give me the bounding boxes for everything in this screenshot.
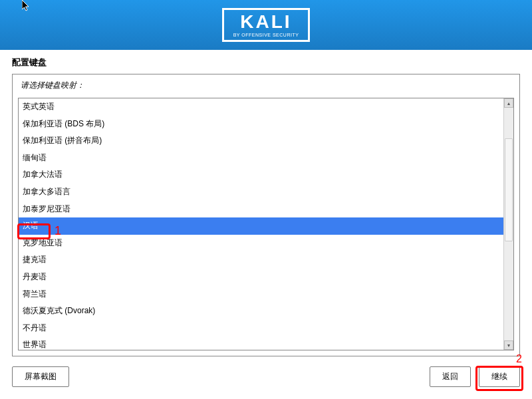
list-item[interactable]: 克罗地亚语 bbox=[19, 235, 503, 252]
scroll-thumb[interactable] bbox=[505, 138, 513, 241]
list-item[interactable]: 丹麦语 bbox=[19, 269, 503, 286]
title-bar: 配置键盘 bbox=[0, 50, 532, 74]
list-item[interactable]: 缅甸语 bbox=[19, 150, 503, 167]
scroll-down-button[interactable]: ▾ bbox=[504, 340, 513, 350]
list-item[interactable]: 保加利亚语 (拼音布局) bbox=[19, 132, 503, 150]
list-item[interactable]: 世界语 bbox=[19, 336, 503, 350]
page-title: 配置键盘 bbox=[12, 57, 520, 68]
screenshot-button[interactable]: 屏幕截图 bbox=[12, 366, 69, 387]
list-item[interactable]: 捷克语 bbox=[19, 251, 503, 269]
kali-logo: KALI BY OFFENSIVE SECURITY bbox=[222, 8, 311, 42]
back-button[interactable]: 返回 bbox=[430, 366, 471, 387]
logo-subtitle: BY OFFENSIVE SECURITY bbox=[233, 33, 299, 37]
scroll-up-button[interactable]: ▴ bbox=[504, 98, 513, 108]
list-item[interactable]: 汉语 bbox=[19, 217, 503, 235]
keyboard-list[interactable]: 英式英语保加利亚语 (BDS 布局)保加利亚语 (拼音布局)缅甸语加拿大法语加拿… bbox=[19, 98, 503, 350]
list-item[interactable]: 加拿大法语 bbox=[19, 166, 503, 184]
list-item[interactable]: 德沃夏克式 (Dvorak) bbox=[19, 303, 503, 320]
list-item[interactable]: 加拿大多语言 bbox=[19, 184, 503, 201]
keyboard-list-container: 英式英语保加利亚语 (BDS 布局)保加利亚语 (拼音布局)缅甸语加拿大法语加拿… bbox=[18, 98, 514, 350]
list-item[interactable]: 不丹语 bbox=[19, 320, 503, 337]
list-item[interactable]: 荷兰语 bbox=[19, 286, 503, 303]
prompt-label: 请选择键盘映射： bbox=[18, 80, 514, 91]
list-item[interactable]: 加泰罗尼亚语 bbox=[19, 201, 503, 218]
header-banner: KALI BY OFFENSIVE SECURITY bbox=[0, 0, 532, 50]
list-item[interactable]: 保加利亚语 (BDS 布局) bbox=[19, 116, 503, 133]
continue-button[interactable]: 继续 bbox=[479, 366, 520, 387]
footer: 屏幕截图 返回 继续 bbox=[12, 366, 520, 387]
logo-text: KALI bbox=[240, 13, 291, 31]
list-item[interactable]: 英式英语 bbox=[19, 98, 503, 116]
config-panel: 请选择键盘映射： 英式英语保加利亚语 (BDS 布局)保加利亚语 (拼音布局)缅… bbox=[12, 74, 520, 356]
scrollbar[interactable]: ▴ ▾ bbox=[503, 98, 513, 350]
